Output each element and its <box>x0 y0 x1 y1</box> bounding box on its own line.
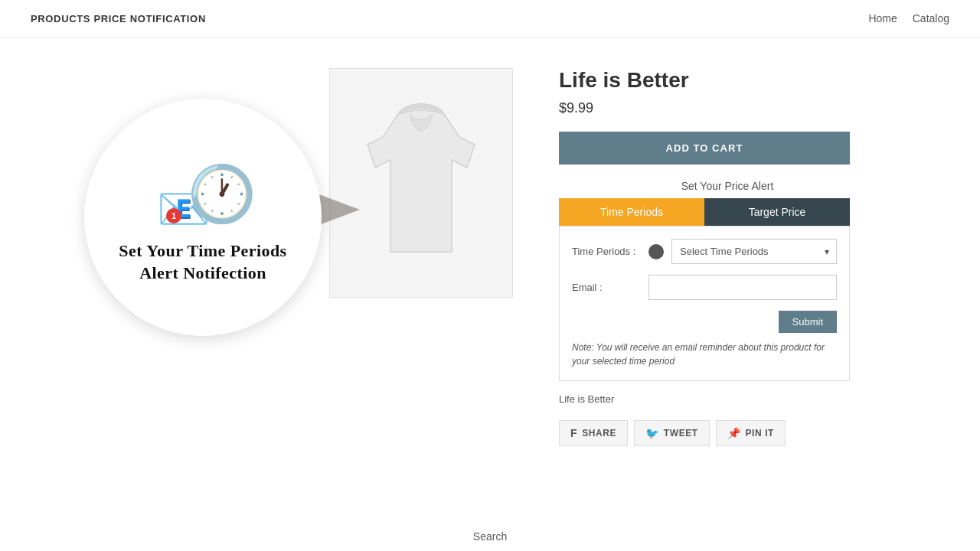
header: PRODUCTS PRICE NOTIFICATION Home Catalog <box>0 0 980 37</box>
product-image-area: 📧 🕐 1 Set Your Time Periods Alert Notife… <box>84 68 513 374</box>
submit-button[interactable]: Submit <box>779 311 837 333</box>
product-title: Life is Better <box>559 68 896 93</box>
footer: Search <box>0 507 980 551</box>
product-tag: Life is Better <box>559 393 896 405</box>
time-periods-select-wrapper: Select Time Periods 1 Day 1 Week 1 Month… <box>671 239 837 264</box>
email-input[interactable] <box>648 275 837 300</box>
pinterest-icon: 📌 <box>727 427 741 439</box>
circle-text: Set Your Time Periods Alert Notifection <box>119 240 286 284</box>
twitter-icon: 🐦 <box>645 427 659 439</box>
share-twitter-label: TWEET <box>664 428 698 439</box>
nav-home[interactable]: Home <box>868 12 897 24</box>
alert-form: Time Periods : Select Time Periods 1 Day… <box>559 226 850 381</box>
share-twitter-button[interactable]: 🐦 TWEET <box>634 420 710 446</box>
tab-time-periods[interactable]: Time Periods <box>559 198 704 226</box>
email-label: Email : <box>572 282 641 293</box>
email-input-wrapper <box>648 275 837 300</box>
clock-icon: 🕐 <box>188 161 256 227</box>
share-pinterest-label: PIN IT <box>745 428 774 439</box>
tab-target-price[interactable]: Target Price <box>704 198 850 226</box>
alert-tabs: Time Periods Target Price <box>559 198 850 226</box>
time-periods-label: Time Periods : <box>572 246 641 257</box>
main-nav: Home Catalog <box>868 12 949 24</box>
logo: PRODUCTS PRICE NOTIFICATION <box>31 13 206 24</box>
footer-search-link[interactable]: Search <box>473 530 507 543</box>
time-periods-select[interactable]: Select Time Periods 1 Day 1 Week 1 Month… <box>671 239 837 264</box>
email-row: Email : <box>572 275 837 300</box>
share-facebook-label: SHARE <box>582 428 616 439</box>
product-details: Life is Better $9.99 ADD TO CART Set You… <box>559 68 896 446</box>
time-periods-row: Time Periods : Select Time Periods 1 Day… <box>572 239 837 264</box>
hoodie-svg <box>352 99 490 267</box>
share-pinterest-button[interactable]: 📌 PIN IT <box>716 420 786 446</box>
product-image <box>329 68 513 298</box>
nav-catalog[interactable]: Catalog <box>913 12 949 24</box>
select-container: Select Time Periods 1 Day 1 Week 1 Month… <box>671 239 837 264</box>
note-text: Note: You will receive an email reminder… <box>572 341 837 368</box>
share-facebook-button[interactable]: f SHARE <box>559 420 628 446</box>
clock-envelope-wrapper: 📧 🕐 1 <box>149 150 256 234</box>
add-to-cart-button[interactable]: ADD TO CART <box>559 132 850 165</box>
main-content: 📧 🕐 1 Set Your Time Periods Alert Notife… <box>69 37 911 477</box>
submit-row: Submit <box>572 311 837 333</box>
product-price: $9.99 <box>559 100 896 116</box>
toggle-indicator <box>648 244 664 259</box>
promo-circle: 📧 🕐 1 Set Your Time Periods Alert Notife… <box>84 99 322 336</box>
facebook-icon: f <box>570 427 577 439</box>
price-alert-title: Set Your Price Alert <box>559 180 896 192</box>
social-share: f SHARE 🐦 TWEET 📌 PIN IT <box>559 420 896 446</box>
